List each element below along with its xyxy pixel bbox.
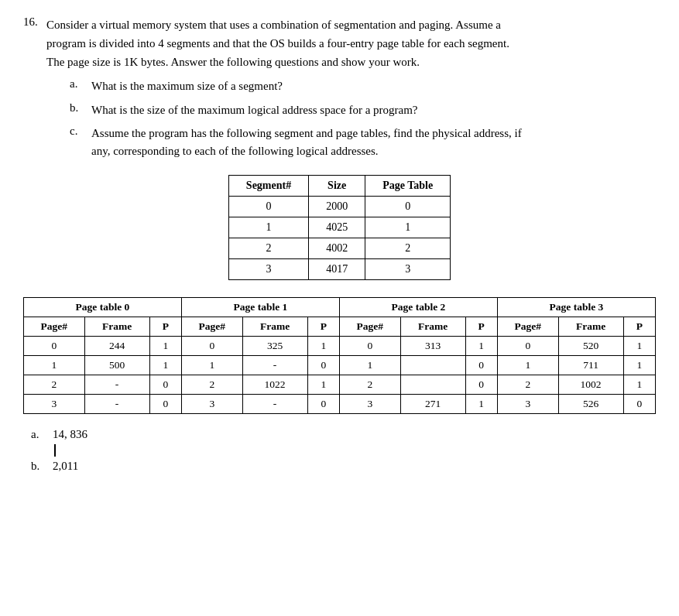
answer-b-label: b. [31, 460, 53, 473]
question-text: Consider a virtual memory system that us… [46, 15, 656, 71]
pt0-row3-p: 0 [149, 395, 181, 414]
segment-table-wrapper: Segment# Size Page Table 020000140251240… [23, 175, 656, 280]
col-frame2: Frame [400, 317, 465, 337]
sub-text-c-line2: any, corresponding to each of the follow… [91, 145, 379, 157]
sub-label-c: c. [70, 125, 91, 138]
pt1-row3-frame: - [242, 395, 307, 414]
col-page1: Page# [181, 317, 242, 337]
pt2-row3-page: 3 [339, 395, 400, 414]
pt1-row3-page: 3 [181, 395, 242, 414]
page-table-row: 3-03-03271135260 [24, 395, 656, 414]
question-line2: program is divided into 4 segments and t… [46, 37, 509, 50]
segment-table: Segment# Size Page Table 020000140251240… [228, 175, 451, 280]
answer-a: a. 14, 836 [31, 428, 656, 441]
segment-cell: 1 [365, 217, 451, 238]
pt0-row0-frame: 244 [84, 337, 149, 356]
pt0-row1-frame: 500 [84, 356, 149, 375]
pt1-row0-frame: 325 [242, 337, 307, 356]
pt0-header: Page table 0 [24, 298, 182, 317]
col-p2: P [465, 317, 497, 337]
segment-cell: 2000 [309, 197, 365, 217]
sub-text-c-line1: Assume the program has the following seg… [91, 127, 522, 139]
pt1-row3-p: 0 [307, 395, 339, 414]
pt2-row2-p: 0 [465, 375, 497, 395]
pt3-header: Page table 3 [497, 298, 655, 317]
segment-cell: 3 [228, 259, 308, 280]
pt2-row3-frame: 271 [400, 395, 465, 414]
question-header: 16. Consider a virtual memory system tha… [23, 15, 656, 71]
pt1-row1-p: 0 [307, 356, 339, 375]
pt3-row3-frame: 526 [558, 395, 623, 414]
pt3-row2-page: 2 [497, 375, 558, 395]
col-frame0: Frame [84, 317, 149, 337]
pt2-row2-page: 2 [339, 375, 400, 395]
col-page2: Page# [339, 317, 400, 337]
pt3-row0-page: 0 [497, 337, 558, 356]
pt1-row1-frame: - [242, 356, 307, 375]
segment-cell: 0 [365, 197, 451, 217]
pt1-row0-p: 1 [307, 337, 339, 356]
pt2-row1-frame [400, 356, 465, 375]
pt2-row0-page: 0 [339, 337, 400, 356]
segment-cell: 1 [228, 217, 308, 238]
col-p1: P [307, 317, 339, 337]
sub-text-c: Assume the program has the following seg… [91, 125, 656, 159]
pt1-header: Page table 1 [181, 298, 339, 317]
pt1-row2-frame: 1022 [242, 375, 307, 395]
cursor [54, 444, 56, 457]
col-p3: P [623, 317, 656, 337]
answer-b-value: 2,011 [53, 460, 78, 473]
pt2-row1-page: 1 [339, 356, 400, 375]
segment-col-header-1: Size [309, 176, 365, 197]
pt0-row2-p: 0 [149, 375, 181, 395]
segment-cell: 2 [365, 238, 451, 259]
segment-cell: 2 [228, 238, 308, 259]
segment-col-header-2: Page Table [365, 176, 451, 197]
pt0-row1-page: 1 [24, 356, 85, 375]
sub-text-b: What is the size of the maximum logical … [91, 101, 656, 119]
pt3-row1-page: 1 [497, 356, 558, 375]
segment-row: 240022 [228, 238, 450, 259]
pt0-row2-page: 2 [24, 375, 85, 395]
pt1-row2-p: 1 [307, 375, 339, 395]
pt3-row1-p: 1 [623, 356, 656, 375]
segment-row: 020000 [228, 197, 450, 217]
sub-label-b: b. [70, 101, 91, 115]
page-tables-wrapper: Page table 0 Page table 1 Page table 2 P… [23, 297, 656, 414]
question-line1: Consider a virtual memory system that us… [46, 19, 501, 31]
segment-cell: 3 [365, 259, 451, 280]
pt3-row2-frame: 1002 [558, 375, 623, 395]
pt3-row1-frame: 711 [558, 356, 623, 375]
page-tables-outer: Page table 0 Page table 1 Page table 2 P… [23, 297, 656, 414]
pt0-row3-page: 3 [24, 395, 85, 414]
pt2-row0-p: 1 [465, 337, 497, 356]
pt2-header: Page table 2 [339, 298, 497, 317]
pt3-row0-p: 1 [623, 337, 656, 356]
pt1-row1-page: 1 [181, 356, 242, 375]
pt2-row0-frame: 313 [400, 337, 465, 356]
sub-question-c: c. Assume the program has the following … [70, 125, 656, 159]
col-page0: Page# [24, 317, 85, 337]
segment-cell: 4017 [309, 259, 365, 280]
pt3-row3-p: 0 [623, 395, 656, 414]
segment-cell: 4025 [309, 217, 365, 238]
question-line3: The page size is 1K bytes. Answer the fo… [46, 56, 420, 68]
pt1-row0-page: 0 [181, 337, 242, 356]
sub-question-b: b. What is the size of the maximum logic… [70, 101, 656, 119]
pt0-row0-page: 0 [24, 337, 85, 356]
sub-label-a: a. [70, 77, 91, 91]
answer-a-label: a. [31, 428, 53, 441]
cursor-line-wrapper [31, 444, 656, 457]
sub-text-a: What is the maximum size of a segment? [91, 77, 656, 95]
page-table-row: 150011-01017111 [24, 356, 656, 375]
answer-b: b. 2,011 [31, 460, 656, 473]
col-p0: P [149, 317, 181, 337]
col-frame1: Frame [242, 317, 307, 337]
page-table-row: 02441032510313105201 [24, 337, 656, 356]
answers: a. 14, 836 b. 2,011 [23, 428, 656, 473]
sub-questions: a. What is the maximum size of a segment… [23, 77, 656, 159]
answer-a-value: 14, 836 [53, 428, 87, 441]
pt3-row0-frame: 520 [558, 337, 623, 356]
segment-col-header-0: Segment# [228, 176, 308, 197]
col-frame3: Frame [558, 317, 623, 337]
